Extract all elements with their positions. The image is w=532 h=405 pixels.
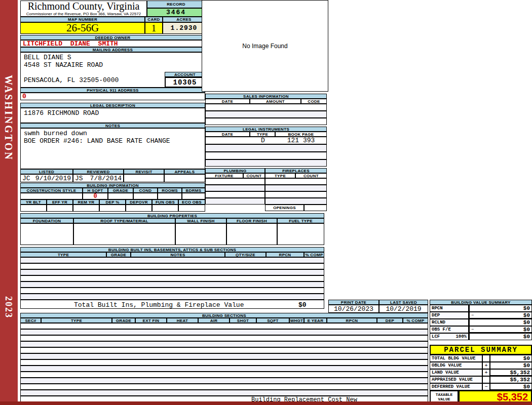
reviewed-value: JS 7/8/2014	[73, 174, 124, 182]
bs-type-label: TYPE	[41, 318, 112, 323]
fireplaces-type-label: TYPE	[265, 173, 295, 178]
empty-row	[265, 198, 327, 205]
no-image-box: No Image Found	[202, 0, 328, 92]
empty-row	[20, 390, 428, 396]
fireplaces-title: FIREPLACES	[265, 168, 327, 173]
built-ins-notes-label: NOTES	[131, 252, 225, 257]
empty-row	[20, 359, 428, 366]
bvs-rpcn-label: RPCN	[430, 305, 469, 312]
built-ins-total-label: Total Built Ins, Plumbing & Fireplace Va…	[74, 301, 244, 309]
map-number-value: 26-56G	[20, 22, 145, 34]
yr-blt-label: YR BLT	[20, 199, 47, 205]
empty-row	[20, 353, 428, 359]
ps-total-bldg-value: $0	[490, 355, 532, 362]
mailing-address-line3: PENSACOLA, FL 32505-0000	[24, 76, 119, 84]
bs-shgt-label: SHGT	[230, 318, 256, 323]
bs-whgt-label: WHGT	[289, 318, 304, 323]
account-value: 10305	[165, 77, 205, 88]
empty-row	[20, 281, 324, 288]
record-value: 3464	[147, 8, 205, 17]
empty-row	[265, 191, 327, 198]
eff-yr-value	[47, 205, 73, 212]
empty-row	[20, 341, 428, 347]
tax-year: 2023	[3, 296, 14, 318]
revisit-value	[124, 174, 164, 182]
legal-instrument-row: D 121 393	[205, 137, 327, 144]
bs-rpcn-label: RPCN	[327, 318, 377, 323]
bvs-rclnd-label: RCLND	[430, 319, 469, 326]
built-ins-type-label: TYPE	[20, 252, 106, 257]
floor-finish-value	[226, 223, 277, 245]
reviewed-label: REVIEWED	[73, 169, 124, 174]
cond-value	[133, 193, 158, 199]
empty-row	[20, 366, 428, 372]
roof-type-label: ROOF TYPE/MATERIAL	[73, 218, 175, 223]
empty-row	[20, 372, 428, 378]
h-sqft-value: 0	[83, 193, 108, 199]
eco-obs-label: ECO OBS	[178, 199, 205, 205]
bvs-dep-label: DEP	[430, 312, 469, 319]
notes-line1: swmh burned down	[24, 130, 87, 137]
print-date-label: PRINT DATE	[328, 300, 379, 305]
acres-label: ACRES	[163, 17, 205, 22]
built-ins-qty-label: QTY/SIZE	[225, 252, 266, 257]
ps-total-bldg-label: TOTAL BLDG VALUE	[430, 355, 482, 362]
ps-appraised-op	[482, 376, 490, 383]
notes-box: swmh burned down BOE ORDER #246: LAND BA…	[20, 128, 205, 169]
floor-finish-label: FLOOR FINISH	[226, 218, 277, 223]
ps-appraised-value: $5,352	[490, 376, 532, 383]
no-image-text: No Image Found	[242, 43, 287, 50]
listed-value: JC 9/10/2019	[20, 174, 73, 182]
construction-style-value	[20, 193, 83, 199]
county-header: Richmond County, Virginia Commissioner o…	[20, 1, 147, 17]
ps-land-value: $5,352	[490, 369, 532, 376]
grade-label: GRADE	[108, 188, 133, 193]
empty-row	[205, 104, 327, 111]
wall-finish-label: WALL FINISH	[175, 218, 226, 223]
dep-pct-value	[99, 205, 126, 212]
bs-sec-label: SEC#	[20, 318, 41, 323]
empty-row	[205, 152, 327, 159]
empty-row	[265, 185, 327, 191]
fuel-type-label: FUEL TYPE	[277, 218, 324, 223]
mailing-address-line2: 4548 ST NAZAIRE ROAD	[24, 61, 103, 69]
foundation-value	[20, 223, 73, 245]
empty-row	[20, 288, 324, 294]
empty-row	[205, 118, 327, 125]
rem-yr-value	[73, 205, 99, 212]
bs-heat-label: HEAT	[167, 318, 198, 323]
listed-by: JC	[22, 175, 30, 182]
last-saved-value: 10/2/2019	[379, 305, 428, 313]
built-ins-grade-label: GRADE	[106, 252, 131, 257]
ps-deferred-value: $0	[490, 383, 532, 390]
empty-row	[20, 263, 324, 269]
reviewed-by: JS	[75, 175, 83, 182]
legal-instruments-title: LEGAL INSTRUMENTS	[205, 127, 327, 132]
bvs-lcf-value: $0	[469, 333, 532, 340]
account-label: ACCOUNT	[165, 72, 205, 77]
card-value: 1	[145, 22, 163, 34]
bvs-obs-value: −$0	[469, 326, 532, 333]
notes-line2: BOE ORDER #246: LAND BASE RATE CHANGE	[24, 137, 170, 145]
bvs-lcf-label: LCF100%	[430, 333, 469, 340]
building-sections-title: BUILDING SECTIONS	[20, 313, 428, 318]
wall-finish-value	[175, 223, 226, 245]
legal-description-label: LEGAL DESCRIPTION	[20, 103, 205, 108]
parcel-summary-title: PARCEL SUMMARY	[430, 345, 532, 355]
bs-dep-label: DEP	[377, 318, 403, 323]
county-title: Richmond County, Virginia	[21, 1, 146, 12]
eff-yr-label: EFF YR	[47, 199, 73, 205]
property-record-card: WASHINGTON 2023 Richmond County, Virgini…	[0, 0, 532, 405]
empty-row	[20, 269, 324, 275]
ps-appraised-label: APPRAISED VALUE	[430, 376, 482, 383]
building-value-summary-title: BUILDING VALUE SUMMARY	[430, 300, 532, 305]
empty-row	[205, 198, 265, 205]
sales-code-label: CODE	[301, 99, 327, 104]
sales-amount-label: AMOUNT	[250, 99, 301, 104]
dep-pct-label: DEP %	[99, 199, 126, 205]
ps-land-op: +	[482, 369, 490, 376]
empty-row	[20, 335, 428, 341]
bs-grade-label: GRADE	[112, 318, 135, 323]
legal-description-value: 11876 RICHMOND ROAD	[24, 109, 99, 117]
empty-row	[20, 275, 324, 281]
